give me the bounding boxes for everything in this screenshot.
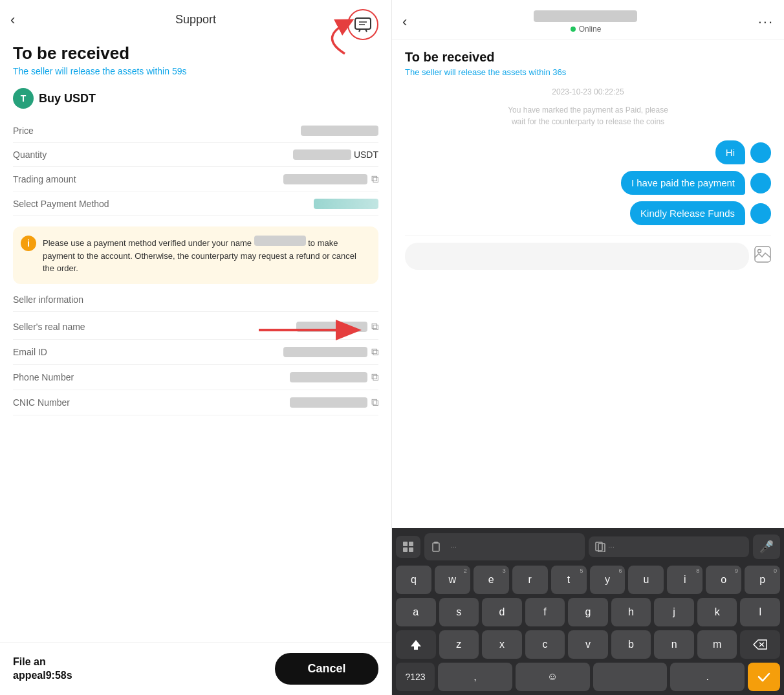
left-panel: ‹ Support To be received The seller will [0,0,392,695]
email-id-label: Email ID [13,347,47,357]
keyboard: ··· ··· 🎤 q w2 e3 r t5 y6 u i8 [392,528,784,695]
key-r[interactable]: r [512,566,548,594]
svg-rect-9 [409,547,413,552]
seller-real-name-row: Seller's real name ⧉ [13,314,378,340]
svg-rect-10 [433,543,439,551]
more-options-button[interactable]: ··· [758,14,774,30]
key-e[interactable]: e3 [474,566,509,594]
key-a[interactable]: a [396,598,436,626]
left-content: To be received The seller will release t… [0,33,391,642]
key-q[interactable]: q [396,566,431,594]
key-u[interactable]: u [628,566,664,594]
key-p[interactable]: p0 [745,566,780,594]
phone-value: ⧉ [290,371,378,383]
key-i[interactable]: i8 [667,566,702,594]
key-f[interactable]: f [525,598,565,626]
key-d[interactable]: d [482,598,522,626]
phone-copy-icon[interactable]: ⧉ [371,371,378,383]
key-space[interactable] [593,663,668,691]
key-o[interactable]: o9 [706,566,741,594]
quantity-unit: USDT [354,149,378,160]
cnic-copy-icon[interactable]: ⧉ [371,397,378,408]
key-done[interactable] [748,663,780,691]
divider-1 [13,311,378,312]
email-id-row: Email ID ⧉ [13,340,378,365]
online-label: Online [579,25,602,34]
email-copy-icon[interactable]: ⧉ [371,346,378,358]
warning-icon: i [21,236,36,251]
key-m[interactable]: m [697,630,737,659]
key-num-switch[interactable]: ?123 [396,663,435,691]
clipboard-text-2: ··· [608,542,615,551]
message-bubble-3: Kindly Release Funds [630,201,745,225]
key-h[interactable]: h [611,598,651,626]
right-back-button[interactable]: ‹ [402,14,407,30]
trading-amount-blurred [283,174,367,184]
chat-icon-button[interactable] [347,9,378,40]
quantity-value: USDT [293,149,378,160]
svg-rect-0 [355,18,371,29]
message-row-2: I have paid the payment [405,171,771,195]
chat-input[interactable] [405,243,749,270]
seller-info-title: Seller information [13,294,378,305]
key-b[interactable]: b [611,630,651,659]
grid-icon [402,541,414,553]
cancel-button[interactable]: Cancel [275,653,378,685]
svg-rect-6 [403,542,408,546]
seller-name-blurred [296,322,367,332]
key-y[interactable]: y6 [590,566,626,594]
chat-bubble-icon [354,16,372,34]
keyboard-mic-button[interactable]: 🎤 [753,535,780,559]
left-back-button[interactable]: ‹ [10,12,15,28]
phone-blurred [290,372,367,382]
online-status: Online [571,25,602,34]
warning-text: Please use a payment method verified und… [43,238,356,273]
key-comma[interactable]: , [438,663,512,691]
seller-real-name-label: Seller's real name [13,322,85,332]
key-z[interactable]: z [439,630,479,659]
payment-method-row: Select Payment Method [13,192,378,216]
key-emoji[interactable]: ☺ [516,663,590,691]
trading-amount-copy-icon[interactable]: ⧉ [371,173,378,185]
key-s[interactable]: s [439,598,479,626]
left-header: ‹ Support [0,0,391,33]
cnic-value: ⧉ [290,397,378,408]
key-v[interactable]: v [568,630,608,659]
quantity-blurred [293,149,351,160]
key-c[interactable]: c [525,630,565,659]
key-n[interactable]: n [654,630,694,659]
keyboard-row-3: z x c v b n m [396,630,780,659]
message-row-1: Hi [405,140,771,164]
input-area [405,236,771,274]
seller-name-copy-icon[interactable]: ⧉ [371,321,378,333]
chat-timestamp: 2023-10-23 00:22:25 [405,87,771,96]
message-row-3: Kindly Release Funds [405,201,771,225]
key-period[interactable]: . [670,663,745,691]
buy-usdt-label: Buy USDT [39,92,96,105]
key-shift[interactable] [396,630,436,659]
keyboard-grid-button[interactable] [396,536,420,558]
keyboard-rows: q w2 e3 r t5 y6 u i8 o9 p0 a s d f g h j… [396,566,780,691]
cnic-number-label: CNIC Number [13,397,70,408]
svg-rect-8 [403,547,408,552]
key-g[interactable]: g [568,598,608,626]
key-backspace[interactable] [740,630,780,659]
buy-usdt-section: T Buy USDT [13,88,378,109]
trading-amount-label: Trading amount [13,174,76,184]
keyboard-clipboard-1: ··· [424,533,585,560]
seller-name-blurred [534,10,637,22]
right-subtitle: The seller will release the assets withi… [405,67,771,77]
key-k[interactable]: k [697,598,737,626]
system-message: You have marked the payment as Paid, ple… [504,104,672,127]
key-x[interactable]: x [482,630,522,659]
key-w[interactable]: w2 [435,566,470,594]
key-t[interactable]: t5 [551,566,587,594]
key-j[interactable]: j [654,598,694,626]
key-l[interactable]: l [740,598,780,626]
image-icon [754,246,771,263]
svg-rect-11 [434,542,438,544]
image-attach-button[interactable] [754,246,771,267]
shift-icon [409,638,422,651]
quantity-row: Quantity USDT [13,143,378,167]
price-row: Price [13,119,378,143]
